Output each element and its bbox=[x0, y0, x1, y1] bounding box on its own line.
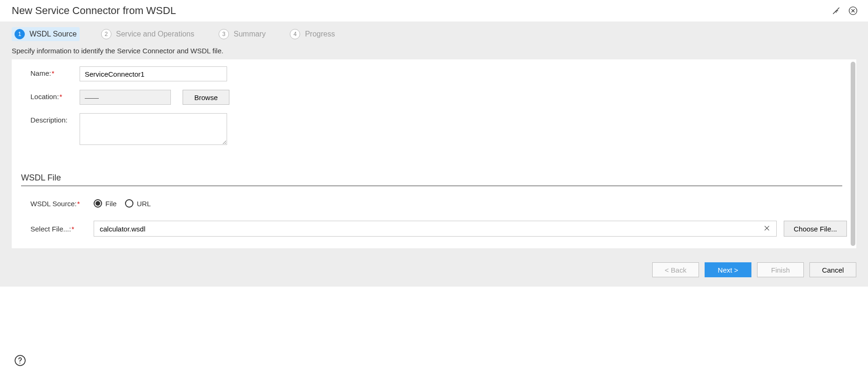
step-summary[interactable]: 3 Summary bbox=[216, 27, 268, 41]
radio-label: File bbox=[105, 200, 117, 208]
form-panel: Name:* Location:* Browse Description: WS… bbox=[12, 59, 856, 248]
description-label: Description: bbox=[30, 113, 80, 124]
wsdl-file-section-title: WSDL File bbox=[21, 173, 842, 186]
location-label-text: Location: bbox=[30, 93, 59, 101]
step-progress[interactable]: 4 Progress bbox=[287, 27, 338, 41]
name-input[interactable] bbox=[80, 66, 227, 81]
step-label: Service and Operations bbox=[116, 30, 194, 38]
name-row: Name:* bbox=[30, 66, 847, 81]
required-marker: * bbox=[51, 69, 54, 77]
location-label: Location:* bbox=[30, 90, 80, 101]
radio-icon bbox=[125, 199, 133, 208]
clear-file-icon[interactable] bbox=[761, 224, 772, 233]
next-button[interactable]: Next > bbox=[705, 262, 751, 277]
wsdl-source-label: WSDL Source:* bbox=[30, 200, 94, 208]
step-service-operations[interactable]: 2 Service and Operations bbox=[98, 27, 197, 41]
name-label-text: Name: bbox=[30, 69, 51, 77]
svg-line-0 bbox=[833, 11, 836, 14]
select-file-input-wrap bbox=[94, 221, 777, 237]
radio-option-url[interactable]: URL bbox=[125, 199, 151, 208]
wsdl-source-radio-group: File URL bbox=[94, 199, 151, 208]
help-icon[interactable] bbox=[14, 354, 26, 367]
wsdl-source-row: WSDL Source:* File URL bbox=[30, 199, 847, 208]
cancel-button[interactable]: Cancel bbox=[809, 262, 856, 277]
radio-icon bbox=[94, 199, 102, 208]
step-number: 4 bbox=[290, 29, 300, 39]
select-file-label: Select File...:* bbox=[30, 225, 94, 233]
step-label: Summary bbox=[234, 30, 265, 38]
step-number: 2 bbox=[101, 29, 111, 39]
select-file-input[interactable] bbox=[100, 225, 761, 233]
header-controls bbox=[831, 5, 859, 16]
dialog-header: New Service Connector from WSDL bbox=[0, 0, 868, 22]
description-textarea[interactable] bbox=[80, 113, 227, 145]
name-label: Name:* bbox=[30, 66, 80, 77]
svg-point-9 bbox=[19, 362, 20, 363]
wizard-steps: 1 WSDL Source 2 Service and Operations 3… bbox=[0, 22, 868, 47]
wsdl-source-label-text: WSDL Source: bbox=[30, 200, 77, 208]
step-number: 3 bbox=[219, 29, 229, 39]
instruction-text: Specify information to identify the Serv… bbox=[0, 47, 868, 59]
svg-line-2 bbox=[837, 7, 839, 10]
step-wsdl-source[interactable]: 1 WSDL Source bbox=[12, 27, 80, 41]
dialog-title: New Service Connector from WSDL bbox=[12, 5, 176, 17]
select-file-label-text: Select File...: bbox=[30, 225, 71, 233]
required-marker: * bbox=[77, 200, 80, 208]
required-marker: * bbox=[72, 225, 74, 233]
wizard-footer: < Back Next > Finish Cancel bbox=[0, 248, 868, 277]
finish-button[interactable]: Finish bbox=[757, 262, 804, 277]
scrollbar-thumb[interactable] bbox=[851, 62, 855, 246]
radio-label: URL bbox=[137, 200, 151, 208]
choose-file-button[interactable]: Choose File... bbox=[784, 221, 847, 237]
back-button[interactable]: < Back bbox=[652, 262, 699, 277]
location-row: Location:* Browse bbox=[30, 90, 847, 105]
panel-scrollbar[interactable] bbox=[851, 62, 855, 246]
location-placeholder-line bbox=[85, 92, 99, 99]
close-icon[interactable] bbox=[847, 5, 859, 16]
step-label: WSDL Source bbox=[29, 30, 77, 38]
description-row: Description: bbox=[30, 113, 847, 145]
browse-button[interactable]: Browse bbox=[183, 90, 229, 105]
select-file-row: Select File...:* Choose File... bbox=[30, 221, 847, 237]
wizard-body: 1 WSDL Source 2 Service and Operations 3… bbox=[0, 22, 868, 287]
location-input[interactable] bbox=[80, 90, 171, 105]
minimize-icon[interactable] bbox=[831, 5, 842, 16]
radio-option-file[interactable]: File bbox=[94, 199, 117, 208]
step-label: Progress bbox=[305, 30, 335, 38]
required-marker: * bbox=[59, 93, 62, 101]
step-number: 1 bbox=[15, 29, 25, 39]
